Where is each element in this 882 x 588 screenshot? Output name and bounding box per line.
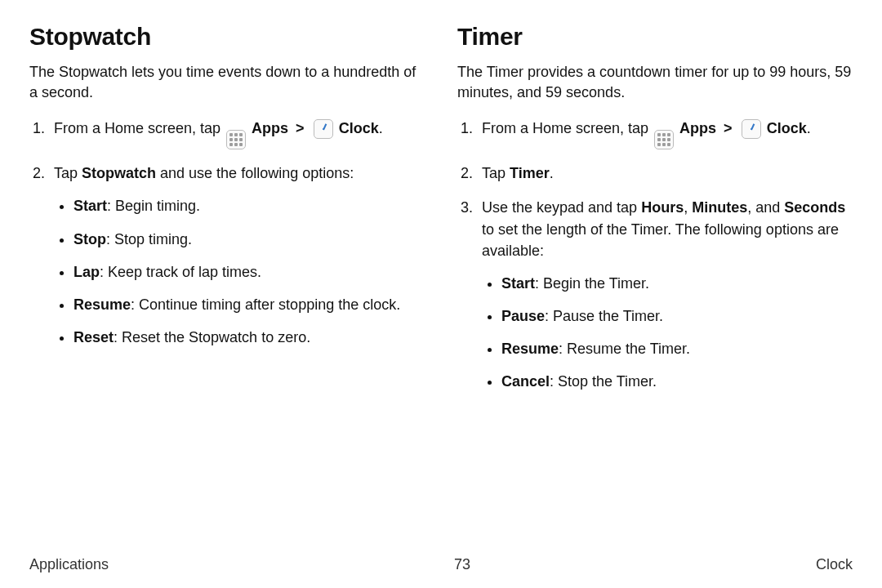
option-desc: : Pause the Timer. [545,308,663,324]
clock-hand-glyph [316,122,331,136]
period: . [807,120,811,136]
two-column-layout: Stopwatch The Stopwatch lets you time ev… [29,23,853,405]
apps-dots-grid [657,133,670,146]
option-term: Stop [74,231,106,247]
apps-label: Apps [679,120,716,136]
step-text: Tap [482,165,510,181]
clock-hand-glyph [744,122,759,136]
option-term: Resume [501,341,559,357]
clock-label: Clock [767,120,807,136]
stopwatch-step-1: From a Home screen, tap Apps > Clock. [49,118,425,149]
option-desc: : Stop timing. [106,231,192,247]
chevron-right-icon: > [724,118,733,139]
apps-icon [654,130,674,149]
list-item: Start: Begin the Timer. [501,273,853,294]
s3-b2: Minutes [692,199,747,216]
footer-page-number: 73 [454,556,470,573]
apps-dots-grid [229,133,243,146]
stopwatch-heading: Stopwatch [29,23,425,51]
list-item: Cancel: Stop the Timer. [501,371,853,392]
step-bold: Stopwatch [82,165,156,181]
timer-step-3: Use the keypad and tap Hours, Minutes, a… [477,197,853,392]
option-desc: : Begin timing. [107,198,200,214]
list-item: Start: Begin timing. [74,195,425,216]
step-suffix: . [550,165,554,181]
step-bold: Timer [510,165,550,181]
step-suffix: and use the following options: [156,165,354,181]
s3-p1: Use the keypad and tap [482,199,641,216]
stopwatch-intro: The Stopwatch lets you time events down … [29,62,425,103]
option-desc: : Stop the Timer. [550,373,657,390]
timer-heading: Timer [457,23,853,51]
step-text: From a Home screen, tap [54,120,225,136]
list-item: Stop: Stop timing. [74,229,425,250]
timer-steps: From a Home screen, tap Apps > Clock. [457,118,853,392]
clock-icon [742,119,761,139]
option-desc: : Reset the Stopwatch to zero. [114,329,310,345]
stopwatch-steps: From a Home screen, tap Apps > Clock. [29,118,425,348]
stopwatch-step-2: Tap Stopwatch and use the following opti… [49,163,425,348]
step-text: From a Home screen, tap [482,120,653,136]
stopwatch-options-list: Start: Begin timing. Stop: Stop timing. … [54,195,425,347]
apps-icon [226,130,246,149]
period: . [379,120,383,136]
step-text: Tap [54,165,82,181]
option-desc: : Begin the Timer. [535,275,649,292]
clock-label: Clock [339,120,379,136]
timer-step-1: From a Home screen, tap Apps > Clock. [477,118,853,149]
footer-section-label: Applications [29,556,109,573]
manual-page: Stopwatch The Stopwatch lets you time ev… [0,0,882,588]
timer-step-2: Tap Timer. [477,163,853,184]
option-term: Start [501,275,535,292]
list-item: Resume: Continue timing after stopping t… [74,294,425,315]
s3-b3: Seconds [784,199,845,216]
option-term: Resume [74,296,131,313]
list-item: Resume: Resume the Timer. [501,338,853,359]
option-term: Pause [501,308,545,324]
option-term: Lap [74,264,100,280]
s3-p2: , [684,199,692,216]
option-term: Cancel [501,373,550,390]
list-item: Pause: Pause the Timer. [501,305,853,327]
clock-icon [314,119,333,139]
option-desc: : Keep track of lap times. [100,264,261,280]
timer-intro: The Timer provides a countdown timer for… [457,62,853,103]
page-footer: Applications 73 Clock [29,556,853,573]
chevron-right-icon: > [296,118,305,139]
option-term: Reset [74,329,114,345]
option-desc: : Resume the Timer. [559,341,690,357]
s3-p3: , and [747,199,784,216]
list-item: Reset: Reset the Stopwatch to zero. [74,327,425,348]
s3-b1: Hours [641,199,684,216]
footer-topic-label: Clock [816,556,853,573]
timer-options-list: Start: Begin the Timer. Pause: Pause the… [482,273,853,392]
timer-section: Timer The Timer provides a countdown tim… [457,23,853,405]
list-item: Lap: Keep track of lap times. [74,261,425,283]
option-desc: : Continue timing after stopping the clo… [131,296,400,313]
s3-p4: to set the length of the Timer. The foll… [482,221,839,259]
stopwatch-section: Stopwatch The Stopwatch lets you time ev… [29,23,425,405]
option-term: Start [74,198,107,214]
apps-label: Apps [252,120,288,136]
